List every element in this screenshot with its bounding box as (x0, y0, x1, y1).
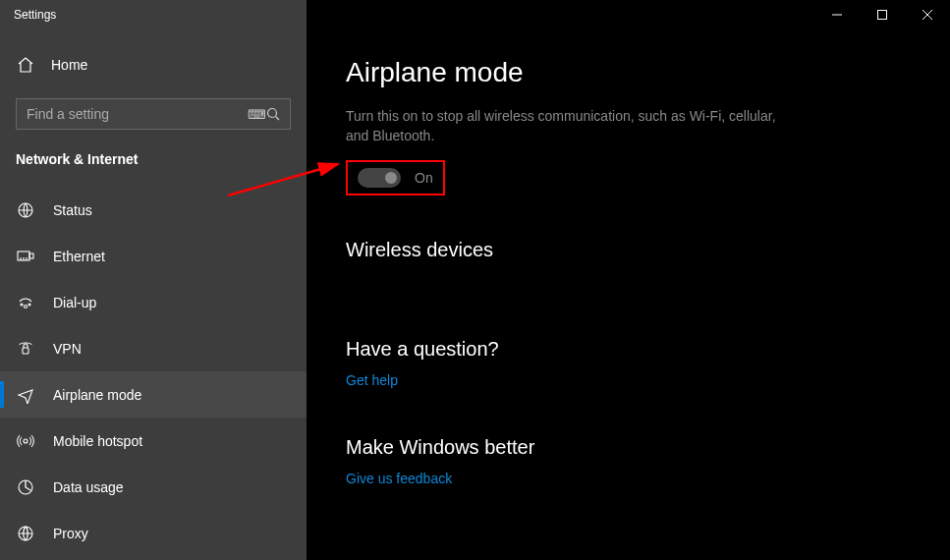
sidebar-item-label: Proxy (53, 526, 88, 541)
svg-rect-15 (23, 348, 28, 354)
sidebar-item-label: Data usage (53, 479, 124, 495)
nav-list: Status Ethernet Dial-up VPN (0, 187, 307, 556)
airplane-icon (16, 385, 35, 405)
svg-point-16 (24, 439, 28, 443)
page-description: Turn this on to stop all wireless commun… (346, 106, 778, 146)
sidebar-item-ethernet[interactable]: Ethernet (0, 233, 307, 279)
search-icon (266, 107, 280, 121)
search-icon: ⌨︎ (247, 104, 266, 124)
home-icon (16, 55, 35, 75)
vpn-icon (16, 339, 35, 359)
svg-point-4 (268, 109, 277, 118)
ethernet-icon (16, 247, 35, 266)
sidebar-item-label: Ethernet (53, 249, 105, 264)
svg-point-12 (25, 305, 28, 308)
sidebar-item-label: Status (53, 202, 92, 218)
annotation-highlight-box: On (346, 160, 445, 196)
hotspot-icon (16, 431, 35, 451)
content-pane: Airplane mode Turn this on to stop all w… (307, 29, 950, 560)
section-title: Network & Internet (0, 130, 307, 181)
svg-point-14 (28, 304, 30, 306)
sidebar-item-label: VPN (53, 341, 82, 357)
titlebar: Settings (0, 0, 950, 29)
svg-rect-8 (29, 253, 33, 258)
window-controls (814, 0, 950, 29)
airplane-toggle[interactable] (358, 168, 401, 188)
status-icon (16, 200, 35, 220)
data-usage-icon (16, 477, 35, 497)
toggle-knob (385, 172, 397, 184)
minimize-button[interactable] (814, 0, 860, 29)
proxy-icon (16, 524, 35, 543)
svg-rect-1 (878, 11, 887, 20)
sidebar-item-label: Mobile hotspot (53, 433, 142, 449)
dialup-icon (16, 293, 35, 312)
close-button[interactable] (905, 0, 950, 29)
page-title: Airplane mode (346, 57, 922, 88)
get-help-link[interactable]: Get help (346, 372, 398, 388)
home-label: Home (51, 57, 87, 73)
make-windows-better-heading: Make Windows better (346, 436, 922, 459)
sidebar-item-dialup[interactable]: Dial-up (0, 279, 307, 325)
sidebar-item-airplane-mode[interactable]: Airplane mode (0, 371, 307, 418)
search-input[interactable]: Find a setting ⌨︎ (16, 98, 291, 130)
sidebar-item-label: Dial-up (53, 295, 96, 310)
search-placeholder: Find a setting (27, 106, 247, 122)
sidebar-item-label: Airplane mode (53, 387, 141, 403)
sidebar-item-mobile-hotspot[interactable]: Mobile hotspot (0, 418, 307, 464)
sidebar-item-data-usage[interactable]: Data usage (0, 464, 307, 510)
wireless-devices-heading: Wireless devices (346, 239, 922, 261)
sidebar-item-status[interactable]: Status (0, 187, 307, 233)
sidebar: Home Find a setting ⌨︎ Network & Interne… (0, 29, 307, 560)
maximize-button[interactable] (860, 0, 905, 29)
toggle-state-label: On (415, 170, 433, 186)
home-button[interactable]: Home (0, 45, 307, 84)
window-title: Settings (0, 8, 56, 22)
svg-line-5 (276, 117, 280, 121)
sidebar-item-proxy[interactable]: Proxy (0, 510, 307, 556)
give-feedback-link[interactable]: Give us feedback (346, 471, 452, 486)
svg-point-13 (21, 304, 23, 306)
have-a-question-heading: Have a question? (346, 338, 922, 361)
sidebar-item-vpn[interactable]: VPN (0, 325, 307, 371)
